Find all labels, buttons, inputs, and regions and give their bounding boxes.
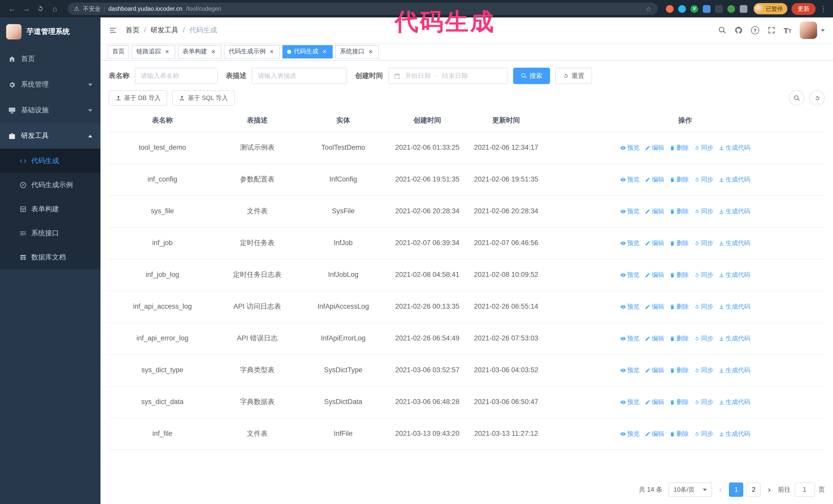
row-action-link[interactable]: 删除 — [669, 302, 689, 311]
row-action-link[interactable]: 生成代码 — [718, 238, 750, 248]
row-action-link[interactable]: 预览 — [620, 365, 640, 375]
table-desc-input[interactable] — [252, 68, 347, 84]
extension-icon[interactable] — [703, 5, 711, 13]
row-action-link[interactable]: 同步 — [694, 207, 713, 216]
row-action-link[interactable]: 同步 — [694, 302, 713, 311]
sidebar-item-infrastructure[interactable]: 基础设施 — [0, 97, 100, 123]
address-bar[interactable]: ⚠ 不安全 dashboard.yudao.iocoder.cn/tool/co… — [68, 3, 658, 15]
row-action-link[interactable]: 编辑 — [645, 365, 664, 375]
sidebar-item-devtools[interactable]: 研发工具 — [0, 123, 100, 149]
tab[interactable]: 首页 — [108, 45, 129, 58]
github-icon[interactable] — [734, 26, 742, 34]
row-action-link[interactable]: 编辑 — [645, 429, 664, 439]
row-action-link[interactable]: 生成代码 — [718, 270, 750, 280]
row-action-link[interactable]: 编辑 — [645, 207, 664, 216]
browser-menu-icon[interactable]: ⋮ — [819, 5, 828, 13]
breadcrumb-item[interactable]: 代码生成 — [178, 26, 217, 35]
sidebar-item-system[interactable]: 系统管理 — [0, 72, 100, 97]
row-action-link[interactable]: 预览 — [620, 207, 640, 216]
row-action-link[interactable]: 同步 — [694, 398, 713, 407]
profile-paused-badge[interactable]: 已暂停 — [754, 3, 787, 14]
goto-page-input[interactable] — [794, 482, 815, 497]
row-action-link[interactable]: 生成代码 — [718, 365, 750, 375]
row-action-link[interactable]: 预览 — [620, 270, 640, 280]
tab[interactable]: 表单构建 — [178, 45, 221, 58]
tab[interactable]: 代码生成 — [282, 45, 333, 58]
row-action-link[interactable]: 生成代码 — [718, 143, 750, 152]
hamburger-icon[interactable] — [109, 26, 117, 34]
row-action-link[interactable]: 预览 — [620, 143, 640, 152]
sidebar-subitem-system-api[interactable]: 系统接口 — [0, 221, 100, 245]
row-action-link[interactable]: 同步 — [694, 143, 713, 152]
close-icon[interactable] — [321, 48, 328, 55]
row-action-link[interactable]: 同步 — [694, 270, 713, 280]
row-action-link[interactable]: 同步 — [694, 175, 713, 184]
row-action-link[interactable]: 生成代码 — [718, 429, 750, 439]
import-sql-button[interactable]: 基于 SQL 导入 — [172, 90, 235, 105]
row-action-link[interactable]: 同步 — [694, 365, 713, 375]
help-icon[interactable] — [751, 26, 759, 34]
row-action-link[interactable]: 编辑 — [645, 175, 664, 184]
extension-icon[interactable]: V — [690, 5, 698, 13]
reset-button[interactable]: 重置 — [555, 68, 592, 84]
next-page-icon[interactable]: › — [767, 485, 772, 494]
row-action-link[interactable]: 生成代码 — [718, 175, 750, 184]
row-action-link[interactable]: 生成代码 — [718, 207, 750, 216]
table-name-input[interactable] — [135, 68, 218, 84]
puzzle-extensions-icon[interactable] — [740, 5, 747, 13]
import-db-button[interactable]: 基于 DB 导入 — [109, 90, 167, 105]
search-button[interactable]: 搜索 — [513, 68, 550, 84]
row-action-link[interactable]: 预览 — [620, 398, 640, 407]
fullscreen-icon[interactable] — [767, 26, 775, 34]
row-action-link[interactable]: 编辑 — [645, 302, 664, 311]
forward-icon[interactable]: → — [20, 2, 33, 16]
sidebar-subitem-codegen-example[interactable]: 代码生成示例 — [0, 173, 100, 197]
row-action-link[interactable]: 生成代码 — [718, 334, 750, 343]
browser-home-icon[interactable]: ⌂ — [48, 2, 62, 16]
refresh-table-button[interactable] — [809, 90, 825, 105]
font-size-icon[interactable] — [784, 26, 791, 34]
row-action-link[interactable]: 删除 — [669, 143, 689, 152]
row-action-link[interactable]: 删除 — [669, 365, 689, 375]
date-range-picker[interactable]: 开始日期 - 结束日期 — [388, 68, 508, 84]
extension-icon[interactable] — [666, 5, 673, 13]
sidebar-subitem-db-doc[interactable]: 数据库文档 — [0, 245, 100, 269]
close-icon[interactable] — [367, 48, 374, 55]
row-action-link[interactable]: 删除 — [669, 207, 689, 216]
row-action-link[interactable]: 编辑 — [645, 398, 664, 407]
row-action-link[interactable]: 生成代码 — [718, 398, 750, 407]
row-action-link[interactable]: 删除 — [669, 238, 689, 248]
row-action-link[interactable]: 预览 — [620, 302, 640, 311]
row-action-link[interactable]: 同步 — [694, 334, 713, 343]
reload-icon[interactable] — [34, 2, 47, 16]
toggle-search-button[interactable] — [789, 90, 804, 105]
user-menu[interactable] — [800, 22, 825, 39]
back-icon[interactable]: ← — [5, 2, 19, 16]
sidebar-subitem-codegen[interactable]: 代码生成 — [0, 149, 100, 173]
row-action-link[interactable]: 编辑 — [645, 143, 664, 152]
bookmark-star-icon[interactable]: ☆ — [646, 5, 651, 13]
row-action-link[interactable]: 预览 — [620, 429, 640, 439]
browser-update-button[interactable]: 更新 — [791, 3, 815, 15]
row-action-link[interactable]: 编辑 — [645, 270, 664, 280]
sidebar-subitem-form-builder[interactable]: 表单构建 — [0, 197, 100, 221]
page-number-button[interactable]: 1 — [729, 482, 743, 497]
row-action-link[interactable]: 删除 — [669, 334, 689, 343]
row-action-link[interactable]: 生成代码 — [718, 302, 750, 311]
row-action-link[interactable]: 同步 — [694, 238, 713, 248]
close-icon[interactable] — [164, 48, 171, 55]
close-icon[interactable] — [210, 48, 217, 55]
row-action-link[interactable]: 预览 — [620, 175, 640, 184]
search-icon[interactable] — [718, 26, 726, 34]
page-size-select[interactable]: 10条/页 — [668, 482, 712, 497]
row-action-link[interactable]: 删除 — [669, 175, 689, 184]
tab[interactable]: 系统接口 — [335, 45, 379, 58]
tab[interactable]: 代码生成示例 — [224, 45, 280, 58]
row-action-link[interactable]: 预览 — [620, 334, 640, 343]
close-icon[interactable] — [268, 48, 275, 55]
row-action-link[interactable]: 删除 — [669, 398, 689, 407]
breadcrumb-item[interactable]: 研发工具 — [139, 26, 178, 35]
row-action-link[interactable]: 编辑 — [645, 238, 664, 248]
row-action-link[interactable]: 预览 — [620, 238, 640, 248]
extension-icon[interactable] — [715, 5, 723, 13]
